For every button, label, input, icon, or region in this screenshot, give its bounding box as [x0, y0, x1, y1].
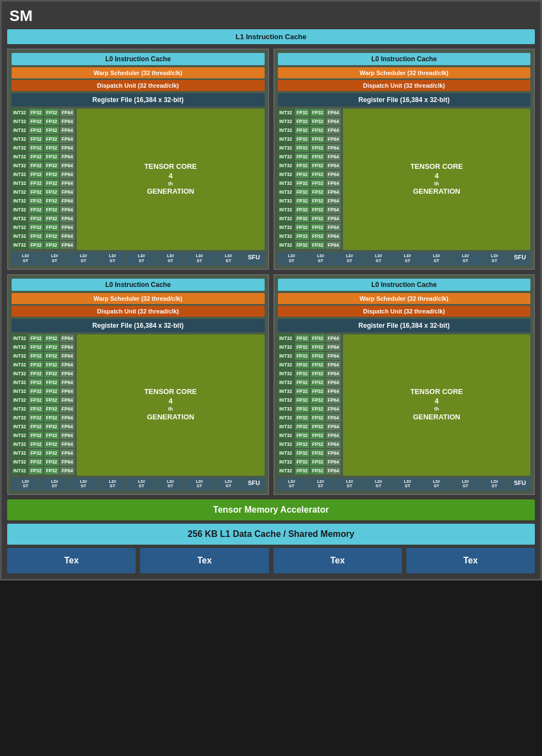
cu-fp32-a: FP32	[29, 423, 43, 430]
cu-grid-br: INT32FP32FP32FP64INT32FP32FP32FP64INT32F…	[278, 334, 341, 476]
cu-fp32-a: FP32	[295, 414, 309, 422]
cu-int32: INT32	[278, 188, 294, 196]
ldst-cell: LD/ST	[422, 478, 450, 491]
cu-int32: INT32	[12, 387, 28, 395]
cu-int32: INT32	[278, 352, 294, 360]
cu-fp32-a: FP32	[29, 458, 43, 466]
cu-fp32-b: FP32	[310, 379, 325, 386]
cu-fp64: FP64	[60, 223, 74, 231]
cu-row: INT32FP32FP32FP64	[278, 135, 341, 143]
cu-row: INT32FP32FP32FP64	[278, 405, 341, 413]
cu-fp32-a: FP32	[295, 334, 309, 342]
cu-fp64: FP64	[326, 334, 340, 342]
cu-int32: INT32	[12, 232, 28, 240]
ldst-row-bl: LD/STLD/STLD/STLD/STLD/STLD/STLD/STLD/ST…	[12, 478, 265, 491]
cu-fp32-b: FP32	[310, 449, 325, 457]
quadrant-bottom-right: L0 Instruction Cache Warp Scheduler (32 …	[273, 274, 535, 496]
cu-fp32-b: FP32	[310, 179, 325, 187]
cu-fp64: FP64	[60, 118, 74, 125]
cu-fp32-a: FP32	[295, 361, 309, 369]
cu-fp64: FP64	[326, 206, 340, 214]
cu-row: INT32FP32FP32FP64	[12, 396, 74, 404]
cu-int32: INT32	[278, 206, 294, 214]
cu-row: INT32FP32FP32FP64	[12, 171, 74, 178]
cu-fp32-b: FP32	[310, 223, 325, 231]
cu-int32: INT32	[12, 343, 28, 351]
cu-fp64: FP64	[60, 162, 74, 169]
cu-fp64: FP64	[326, 188, 340, 196]
cu-fp32-b: FP32	[310, 387, 325, 395]
cu-int32: INT32	[278, 370, 294, 377]
tex-cell-2: Tex	[273, 548, 402, 573]
cu-int32: INT32	[12, 206, 28, 214]
cu-int32: INT32	[278, 440, 294, 448]
cu-fp32-a: FP32	[29, 179, 43, 187]
cu-row: INT32FP32FP32FP64	[12, 162, 74, 169]
cu-int32: INT32	[278, 396, 294, 404]
cu-row: INT32FP32FP32FP64	[12, 241, 74, 249]
cu-fp32-a: FP32	[29, 334, 43, 342]
tex-row: Tex Tex Tex Tex	[7, 548, 535, 573]
cu-fp32-b: FP32	[44, 215, 58, 222]
cu-fp32-a: FP32	[29, 379, 43, 386]
cu-row: INT32FP32FP32FP64	[278, 379, 341, 386]
cu-row: INT32FP32FP32FP64	[12, 440, 74, 448]
cu-fp32-a: FP32	[29, 361, 43, 369]
cu-row: INT32FP32FP32FP64	[12, 405, 74, 413]
tensor-core-tr: TENSOR CORE4th GENERATION	[343, 109, 530, 250]
cu-fp32-b: FP32	[310, 118, 325, 125]
register-file-br: Register File (16,384 x 32-bit)	[278, 319, 531, 332]
cu-fp32-a: FP32	[29, 232, 43, 240]
cu-fp64: FP64	[326, 432, 340, 439]
cu-fp32-b: FP32	[44, 432, 58, 439]
cu-fp64: FP64	[326, 144, 340, 152]
cu-row: INT32FP32FP32FP64	[12, 334, 74, 342]
cu-row: INT32FP32FP32FP64	[12, 223, 74, 231]
cu-fp64: FP64	[60, 414, 74, 422]
cu-row: INT32FP32FP32FP64	[278, 162, 341, 169]
cu-fp32-a: FP32	[295, 135, 309, 143]
cu-fp32-a: FP32	[295, 370, 309, 377]
quadrant-bottom-left: L0 Instruction Cache Warp Scheduler (32 …	[7, 274, 269, 496]
cu-row: INT32FP32FP32FP64	[278, 440, 341, 448]
cu-int32: INT32	[278, 118, 294, 125]
cu-fp64: FP64	[60, 153, 74, 161]
cu-fp64: FP64	[60, 135, 74, 143]
cu-int32: INT32	[278, 232, 294, 240]
cu-int32: INT32	[12, 396, 28, 404]
ldst-cell: LD/ST	[12, 252, 40, 265]
cu-fp32-a: FP32	[29, 352, 43, 360]
cu-fp32-b: FP32	[44, 440, 58, 448]
cu-row: INT32FP32FP32FP64	[12, 144, 74, 152]
ldst-cell: LD/ST	[41, 478, 69, 491]
ldst-cell: LD/ST	[12, 478, 40, 491]
cu-row: INT32FP32FP32FP64	[278, 144, 341, 152]
cu-grid-bl: INT32FP32FP32FP64INT32FP32FP32FP64INT32F…	[12, 334, 74, 476]
sm-container: SM L1 Instruction Cache L0 Instruction C…	[0, 0, 542, 581]
cu-fp32-b: FP32	[310, 423, 325, 430]
cu-int32: INT32	[12, 423, 28, 430]
cu-row: INT32FP32FP32FP64	[278, 467, 341, 475]
ldst-cell: LD/ST	[452, 478, 480, 491]
ldst-cell: LD/ST	[307, 252, 335, 265]
cu-int32: INT32	[12, 215, 28, 222]
cu-fp32-b: FP32	[310, 197, 325, 205]
cu-fp64: FP64	[326, 405, 340, 413]
cu-row: INT32FP32FP32FP64	[278, 197, 341, 205]
cu-int32: INT32	[12, 379, 28, 386]
cu-row: INT32FP32FP32FP64	[12, 118, 74, 125]
ldst-cell: LD/ST	[99, 478, 127, 491]
cu-fp32-a: FP32	[29, 118, 43, 125]
cu-fp64: FP64	[60, 241, 74, 249]
ldst-cell: LD/ST	[278, 252, 306, 265]
cu-fp32-b: FP32	[44, 223, 58, 231]
ldst-cell: LD/ST	[69, 478, 98, 491]
compute-area-br: INT32FP32FP32FP64INT32FP32FP32FP64INT32F…	[278, 334, 531, 476]
cu-fp32-b: FP32	[44, 118, 58, 125]
cu-fp32-a: FP32	[29, 405, 43, 413]
cu-row: INT32FP32FP32FP64	[12, 458, 74, 466]
cu-int32: INT32	[278, 423, 294, 430]
cu-int32: INT32	[12, 241, 28, 249]
register-file-bl: Register File (16,384 x 32-bit)	[12, 319, 265, 332]
cu-row: INT32FP32FP32FP64	[278, 126, 341, 134]
